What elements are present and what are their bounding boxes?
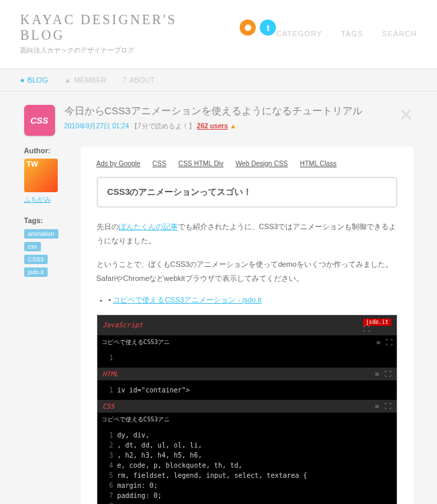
tag-item[interactable]: CSS3 bbox=[24, 255, 48, 264]
tag-item[interactable]: animation bbox=[24, 229, 58, 239]
read-time: 【7分で読めるよ！】 bbox=[131, 122, 195, 130]
menu-icon[interactable]: ≡ bbox=[375, 370, 379, 378]
css-tab[interactable]: CSS bbox=[103, 403, 115, 410]
author-name[interactable]: ふちがみ bbox=[24, 195, 70, 204]
expand-icon[interactable]: ⛶ bbox=[363, 325, 391, 333]
bookmark-icon[interactable]: ▲ bbox=[230, 122, 236, 130]
menu-icon[interactable]: ≡ bbox=[376, 339, 380, 346]
site-subtitle: 面白法人カヤックのデザイナーブログ bbox=[20, 46, 276, 55]
code-embed: JavaScript jsdo.it ⛶ コピペで使えるCSS3アニ≡⛶ 1 H… bbox=[97, 314, 397, 504]
ad-link[interactable]: CSS HTML Div bbox=[179, 160, 224, 167]
css-code-block: 1dy, div,2, dt, dd, ul, ol, li,3, h2, h3… bbox=[97, 426, 397, 504]
nav-tags[interactable]: TAGS bbox=[341, 30, 363, 38]
css-subtitle: コピペで使えるCSS3アニ bbox=[101, 415, 171, 424]
html-tab[interactable]: HTML bbox=[103, 370, 119, 378]
subnav-about[interactable]: ? ABOUT bbox=[122, 76, 154, 84]
rss-icon[interactable]: ✺ bbox=[240, 19, 256, 36]
category-badge: CSS bbox=[24, 105, 55, 136]
paragraph: 先日のぽんたくんの記事でも紹介されたように、CSS3ではアニメーションも制御でき… bbox=[97, 220, 397, 248]
ads-by[interactable]: Ads by Google bbox=[97, 160, 141, 167]
author-avatar[interactable] bbox=[24, 159, 58, 192]
expand-icon[interactable]: ⛶ bbox=[385, 403, 391, 410]
menu-icon[interactable]: ≡ bbox=[375, 403, 379, 410]
paragraph: ということで、ぼくもCSS3のアニメーションを使ってdemoをいくつか作ってみま… bbox=[97, 257, 397, 286]
author-heading: Author: bbox=[24, 146, 70, 155]
callout-heading: CSS3のアニメーションってスゴい！ bbox=[97, 177, 397, 208]
subnav-member[interactable]: ▲ MEMBER bbox=[64, 76, 106, 84]
demo-link[interactable]: コピペで使えるCSS3アニメーション - jsdo.it bbox=[113, 296, 261, 304]
expand-icon[interactable]: ⛶ bbox=[385, 370, 391, 378]
js-subtitle: コピペで使えるCSS3アニ bbox=[101, 338, 171, 347]
site-title: KAYAC DESIGNER'S BLOG bbox=[20, 12, 226, 43]
user-count[interactable]: 262 users bbox=[197, 122, 228, 130]
ad-link[interactable]: Web Design CSS bbox=[236, 160, 288, 167]
tags-heading: Tags: bbox=[24, 216, 70, 224]
ad-link[interactable]: HTML Class bbox=[300, 160, 337, 167]
tag-item[interactable]: css bbox=[24, 242, 42, 251]
close-icon[interactable]: ✕ bbox=[399, 105, 414, 126]
js-tab[interactable]: JavaScript bbox=[103, 321, 143, 329]
expand-icon[interactable]: ⛶ bbox=[386, 339, 393, 346]
ad-link[interactable]: CSS bbox=[152, 160, 166, 167]
article-title: 今日からCSS3アニメーションを使えるようになるチュートリアル bbox=[64, 105, 362, 118]
html-code: iv id="container"> bbox=[117, 386, 190, 394]
twitter-icon[interactable]: t bbox=[260, 19, 276, 36]
tag-item[interactable]: jsdo.it bbox=[24, 267, 48, 277]
nav-search[interactable]: SEARCH bbox=[382, 30, 417, 38]
nav-category[interactable]: CATEGORY bbox=[276, 30, 322, 38]
article-date: 2010年9月27日 01:24 bbox=[64, 122, 130, 130]
subnav-blog[interactable]: ● BLOG bbox=[20, 76, 48, 84]
inline-link[interactable]: ぽんたくんの記事 bbox=[119, 222, 178, 230]
